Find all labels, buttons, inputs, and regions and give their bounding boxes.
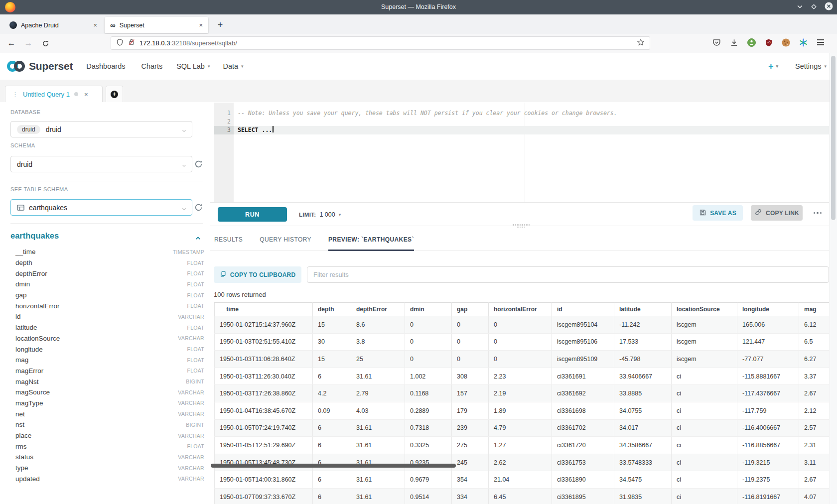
tab-results[interactable]: RESULTS (214, 228, 243, 251)
column-header-locationSource[interactable]: locationSource (672, 303, 737, 316)
window-maximize-icon[interactable] (811, 3, 817, 12)
column-header-__time[interactable]: __time (215, 303, 313, 316)
schema-column-row[interactable]: updated VARCHAR (10, 473, 204, 484)
query-tab-untitled[interactable]: ⋮ Untitled Query 1 × (5, 86, 103, 102)
ublock-origin-icon[interactable]: uO (765, 38, 773, 49)
refresh-table-icon[interactable] (194, 203, 203, 212)
forward-button[interactable]: → (22, 37, 35, 49)
table-cell: 6 (313, 419, 351, 437)
schema-column-row[interactable]: gap FLOAT (10, 290, 204, 301)
preview-table-container[interactable]: __timedepthdepthErrordmingaphorizontalEr… (214, 302, 829, 504)
schema-column-row[interactable]: depthError FLOAT (10, 268, 204, 279)
schema-column-row[interactable]: type VARCHAR (10, 463, 204, 474)
sql-editor[interactable]: 1 -- Note: Unless you save your query, t… (214, 103, 829, 202)
column-header-gap[interactable]: gap (452, 303, 489, 316)
new-tab-button[interactable]: + (213, 17, 228, 33)
nav-sql-lab[interactable]: SQL Lab▾ (176, 62, 210, 70)
vertical-scrollbar[interactable] (830, 53, 837, 504)
schema-column-row[interactable]: magNst BIGINT (10, 376, 204, 387)
column-header-depthError[interactable]: depthError (351, 303, 405, 316)
schema-column-row[interactable]: horizontalError FLOAT (10, 300, 204, 311)
horizontal-scrollbar-thumb[interactable] (211, 464, 456, 468)
column-header-horizontalError[interactable]: horizontalError (489, 303, 552, 316)
settings-menu[interactable]: Settings▾ (795, 62, 827, 70)
schema-column-row[interactable]: magType VARCHAR (10, 398, 204, 409)
filter-results-input[interactable] (307, 266, 829, 283)
cookie-extension-icon[interactable] (782, 38, 790, 49)
database-select[interactable]: druid druid (10, 121, 192, 137)
reload-button[interactable] (39, 37, 52, 49)
column-name: type (15, 464, 28, 472)
window-close-icon[interactable] (825, 2, 833, 12)
column-header-depth[interactable]: depth (313, 303, 351, 316)
limit-control[interactable]: LIMIT: 1 000 ▾ (299, 207, 341, 222)
nav-charts[interactable]: Charts (141, 62, 162, 70)
schema-column-row[interactable]: net VARCHAR (10, 408, 204, 419)
bookmark-star-icon[interactable] (637, 38, 645, 48)
tab-query-history[interactable]: QUERY HISTORY (260, 228, 311, 251)
tab-preview-earthquakes[interactable]: PREVIEW: `EARTHQUAKES` (328, 228, 414, 251)
schema-column-row[interactable]: id VARCHAR (10, 311, 204, 322)
save-as-button[interactable]: SAVE AS (693, 205, 743, 221)
column-header-id[interactable]: id (552, 303, 614, 316)
vertical-scrollbar-thumb[interactable] (831, 56, 836, 220)
column-name: magSource (15, 388, 50, 396)
extension-asterisk-icon[interactable] (799, 38, 808, 49)
table-cell: 4.2 (313, 385, 351, 402)
run-button[interactable]: RUN (218, 207, 287, 222)
drag-grip-icon[interactable]: ⋮ (12, 91, 18, 98)
schema-column-row[interactable]: place VARCHAR (10, 430, 204, 441)
add-query-tab-button[interactable]: + (106, 86, 123, 102)
schema-column-row[interactable]: mag FLOAT (10, 355, 204, 366)
copy-to-clipboard-button[interactable]: COPY TO CLIPBOARD (214, 266, 301, 283)
table-panel-title[interactable]: earthquakes (10, 231, 59, 241)
query-tab-close-icon[interactable]: × (84, 91, 88, 98)
pocket-icon[interactable] (712, 38, 721, 49)
back-button[interactable]: ← (5, 37, 18, 49)
schema-column-row[interactable]: magError FLOAT (10, 366, 204, 377)
schema-column-row[interactable]: rms FLOAT (10, 441, 204, 452)
schema-column-row[interactable]: magSource VARCHAR (10, 387, 204, 398)
table-select[interactable]: earthquakes (10, 199, 192, 216)
more-options-icon[interactable] (809, 205, 826, 221)
column-header-longitude[interactable]: longitude (737, 303, 799, 316)
chevron-up-icon[interactable] (195, 235, 201, 244)
schema-column-row[interactable]: latitude FLOAT (10, 322, 204, 333)
table-cell: 2.62 (489, 454, 552, 471)
table-cell: 165.006 (737, 316, 799, 334)
schema-column-row[interactable]: locationSource VARCHAR (10, 333, 204, 344)
menu-hamburger-icon[interactable] (817, 39, 825, 48)
browser-tab-superset[interactable]: ∞ Superset × (105, 17, 208, 33)
table-row: 1950-01-05T07:24:19.740Z631.610.73182394… (215, 419, 830, 437)
nav-dashboards[interactable]: Dashboards (86, 62, 125, 70)
table-cell: ci (672, 488, 737, 504)
tab-close-icon[interactable]: × (199, 21, 203, 29)
schema-column-row[interactable]: status VARCHAR (10, 452, 204, 463)
browser-tab-apache-druid[interactable]: Apache Druid × (4, 17, 103, 33)
shield-icon[interactable] (116, 38, 124, 48)
superset-logo[interactable]: Superset (6, 60, 73, 73)
schema-column-row[interactable]: depth FLOAT (10, 257, 204, 268)
add-new-button[interactable]: +▾ (768, 61, 778, 72)
schema-column-row[interactable]: nst BIGINT (10, 419, 204, 430)
window-minimize-icon[interactable] (797, 3, 803, 12)
column-header-dmin[interactable]: dmin (405, 303, 452, 316)
column-header-mag[interactable]: mag (799, 303, 830, 316)
schema-column-row[interactable]: __time TIMESTAMP (10, 247, 204, 257)
schema-select[interactable]: druid (10, 156, 192, 172)
table-row: 1950-01-03T11:26:30.040Z631.611.0023082.… (215, 368, 830, 385)
copy-link-button[interactable]: COPY LINK (751, 205, 803, 221)
refresh-schema-icon[interactable] (194, 160, 203, 168)
schema-column-row[interactable]: longitude FLOAT (10, 344, 204, 355)
column-type: FLOAT (187, 292, 204, 298)
extension-privacy-icon[interactable] (747, 38, 756, 49)
nav-data[interactable]: Data▾ (223, 62, 243, 70)
tab-close-icon[interactable]: × (93, 21, 97, 29)
downloads-icon[interactable] (730, 38, 738, 49)
column-type: FLOAT (187, 368, 204, 374)
schema-column-row[interactable]: dmin FLOAT (10, 279, 204, 290)
insecure-lock-icon[interactable] (128, 38, 135, 48)
url-bar[interactable]: 172.18.0.3:32108/superset/sqllab/ (111, 36, 650, 50)
table-cell: 354 (452, 471, 489, 489)
column-header-latitude[interactable]: latitude (614, 303, 672, 316)
